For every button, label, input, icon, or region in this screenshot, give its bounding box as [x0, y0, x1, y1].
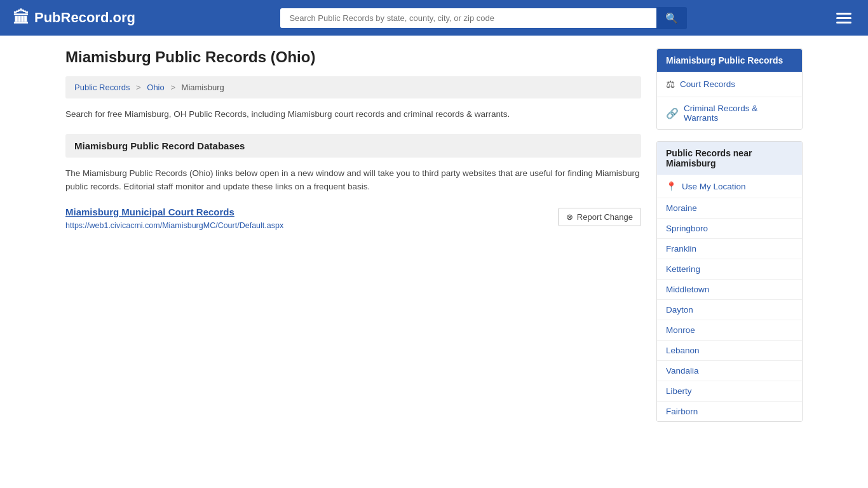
report-change-button[interactable]: ⊗ Report Change — [558, 208, 641, 226]
breadcrumb-public-records[interactable]: Public Records — [74, 83, 130, 92]
sidebar-section2-title: Public Records near Miamisburg — [657, 142, 802, 175]
breadcrumb-ohio[interactable]: Ohio — [147, 83, 164, 92]
sidebar-nearby-list: MoraineSpringboroFranklinKetteringMiddle… — [657, 198, 802, 421]
sidebar-nearby-item[interactable]: Vandalia — [657, 361, 802, 381]
sidebar-nearby-item[interactable]: Monroe — [657, 320, 802, 341]
breadcrumb-sep1: > — [136, 83, 141, 92]
report-change-label: Report Change — [577, 212, 633, 222]
content-area: Miamisburg Public Records (Ohio) Public … — [65, 48, 641, 433]
databases-description: The Miamisburg Public Records (Ohio) lin… — [65, 166, 641, 194]
sidebar-nearby-item[interactable]: Springboro — [657, 219, 802, 239]
menu-icon-bar2 — [836, 17, 851, 19]
breadcrumb: Public Records > Ohio > Miamisburg — [65, 76, 641, 98]
logo-text: PubRecord.org — [34, 10, 135, 26]
menu-icon-bar3 — [836, 22, 851, 24]
sidebar-nearby-item[interactable]: Franklin — [657, 239, 802, 259]
breadcrumb-miamisburg: Miamisburg — [182, 83, 224, 92]
search-input[interactable] — [280, 8, 656, 28]
sidebar-nearby-item[interactable]: Liberty — [657, 381, 802, 402]
sidebar-item-court-records[interactable]: ⚖ Court Records — [657, 72, 802, 97]
main-container: Miamisburg Public Records (Ohio) Public … — [53, 36, 815, 446]
sidebar-nearby-item[interactable]: Fairborn — [657, 402, 802, 421]
sidebar-nearby-item[interactable]: Lebanon — [657, 341, 802, 361]
sidebar-nearby-item[interactable]: Middletown — [657, 280, 802, 300]
sidebar-nearby-item[interactable]: Kettering — [657, 259, 802, 280]
sidebar-item-court-records-label: Court Records — [680, 79, 735, 89]
record-entry-left: Miamisburg Municipal Court Records https… — [65, 207, 283, 230]
search-bar: 🔍 — [280, 7, 687, 29]
menu-icon-bar1 — [836, 13, 851, 15]
page-title: Miamisburg Public Records (Ohio) — [65, 48, 641, 66]
record-entry: Miamisburg Municipal Court Records https… — [65, 207, 641, 236]
header: 🏛 PubRecord.org 🔍 — [0, 0, 868, 36]
sidebar-section-2: Public Records near Miamisburg 📍 Use My … — [656, 141, 803, 422]
page-description: Search for free Miamisburg, OH Public Re… — [65, 107, 641, 121]
report-change-icon: ⊗ — [566, 212, 573, 222]
logo-icon: 🏛 — [13, 8, 29, 28]
sidebar-section-1: Miamisburg Public Records ⚖ Court Record… — [656, 48, 803, 130]
search-icon: 🔍 — [665, 13, 678, 24]
sidebar-item-criminal-records-label: Criminal Records & Warrants — [684, 104, 793, 123]
criminal-records-icon: 🔗 — [666, 107, 679, 119]
site-logo[interactable]: 🏛 PubRecord.org — [13, 8, 135, 28]
sidebar-section1-title: Miamisburg Public Records — [657, 49, 802, 72]
menu-button[interactable] — [832, 9, 855, 27]
databases-section-header: Miamisburg Public Record Databases — [65, 134, 641, 158]
use-my-location-label: Use My Location — [682, 182, 746, 191]
sidebar: Miamisburg Public Records ⚖ Court Record… — [656, 48, 803, 433]
use-my-location[interactable]: 📍 Use My Location — [657, 175, 802, 198]
sidebar-nearby-item[interactable]: Dayton — [657, 300, 802, 320]
record-url-link[interactable]: https://web1.civicacmi.com/MiamisburgMC/… — [65, 221, 283, 230]
breadcrumb-sep2: > — [170, 83, 175, 92]
sidebar-item-criminal-records[interactable]: 🔗 Criminal Records & Warrants — [657, 97, 802, 129]
sidebar-nearby-item[interactable]: Moraine — [657, 198, 802, 219]
location-pin-icon: 📍 — [666, 181, 677, 191]
court-records-icon: ⚖ — [666, 78, 675, 90]
record-title-link[interactable]: Miamisburg Municipal Court Records — [65, 207, 234, 217]
search-button[interactable]: 🔍 — [656, 7, 687, 29]
